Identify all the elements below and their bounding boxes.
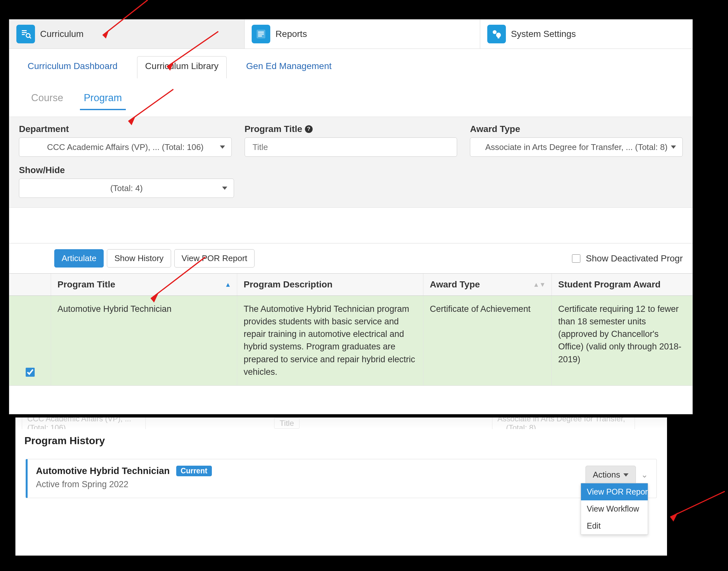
subsub-row: Course Program	[9, 79, 692, 110]
curriculum-icon	[16, 25, 35, 43]
input-program-title[interactable]	[245, 137, 457, 157]
select-award-type-value: Associate in Arts Degree for Transfer, .…	[485, 142, 668, 152]
current-badge: Current	[176, 466, 212, 476]
th-checkbox	[9, 273, 51, 296]
filters-panel: Department CCC Academic Affairs (VP), ..…	[9, 117, 692, 208]
sort-icon: ▲▼	[533, 281, 546, 289]
cell-award-type: Certificate of Achievement	[423, 296, 552, 385]
caret-icon	[623, 473, 628, 477]
th-award-type[interactable]: Award Type ▲▼	[423, 273, 552, 296]
svg-point-6	[493, 30, 496, 34]
faded-filter-strip: CCC Academic Affairs (VP), ... (Total: 1…	[15, 418, 667, 429]
show-deactivated-label: Show Deactivated Progr	[586, 253, 683, 264]
svg-point-0	[26, 34, 30, 37]
reports-icon	[252, 25, 270, 43]
tab-gen-ed-management[interactable]: Gen Ed Management	[238, 56, 339, 78]
settings-icon	[487, 25, 506, 43]
select-award-type[interactable]: Associate in Arts Degree for Transfer, .…	[470, 137, 683, 157]
dropdown-view-workflow[interactable]: View Workflow	[581, 500, 648, 518]
topnav-curriculum[interactable]: Curriculum	[9, 20, 245, 48]
upper-screenshot: Curriculum Reports System Settings Curri…	[9, 19, 693, 414]
label-award-type: Award Type	[470, 123, 683, 135]
program-history-heading: Program History	[15, 429, 667, 449]
caret-icon	[222, 187, 227, 190]
topnav-settings-label: System Settings	[511, 29, 576, 39]
table-toolbar: Articulate Show History View POR Report …	[9, 243, 692, 273]
topnav-curriculum-label: Curriculum	[40, 29, 84, 39]
topnav-system-settings[interactable]: System Settings	[480, 20, 692, 48]
th-program-description[interactable]: Program Description	[237, 273, 423, 296]
view-por-report-button[interactable]: View POR Report	[174, 249, 255, 267]
show-history-button[interactable]: Show History	[107, 249, 171, 267]
label-program-title: Program Title ?	[245, 123, 457, 135]
tab-course[interactable]: Course	[27, 90, 67, 110]
th-spa-text: Student Program Award	[558, 279, 661, 290]
ghost-title: Title	[274, 418, 299, 429]
history-card: Automotive Hybrid Technician Current Act…	[26, 459, 657, 498]
th-student-program-award[interactable]: Student Program Award	[552, 273, 692, 296]
tab-program[interactable]: Program	[80, 90, 126, 110]
cell-student-program-award: Certificate requiring 12 to fewer than 1…	[552, 296, 692, 385]
svg-rect-5	[258, 36, 262, 37]
table-header: Program Title ▲ Program Description Awar…	[9, 273, 692, 296]
topnav-reports-label: Reports	[275, 29, 307, 39]
cell-program-title: Automotive Hybrid Technician	[51, 296, 237, 385]
svg-line-17	[670, 491, 725, 517]
th-program-description-text: Program Description	[244, 279, 332, 290]
tab-curriculum-dashboard[interactable]: Curriculum Dashboard	[20, 56, 126, 78]
subtabs-row: Curriculum Dashboard Curriculum Library …	[9, 49, 692, 79]
th-program-title-text: Program Title	[57, 279, 115, 290]
ghost-award: Associate in Arts Degree for Transfer, .…	[492, 418, 635, 429]
annotation-arrow-view-por-report	[667, 491, 728, 534]
caret-icon	[671, 145, 676, 149]
th-program-title[interactable]: Program Title ▲	[51, 273, 237, 296]
show-deactivated-checkbox[interactable]	[572, 254, 580, 263]
table-row[interactable]: Automotive Hybrid Technician The Automot…	[9, 296, 692, 386]
actions-button[interactable]: Actions	[585, 466, 636, 484]
ghost-department: CCC Academic Affairs (VP), ... (Total: 1…	[22, 418, 146, 429]
select-department-value: CCC Academic Affairs (VP), ... (Total: 1…	[47, 142, 203, 152]
cell-program-description: The Automotive Hybrid Technician program…	[237, 296, 423, 385]
lower-screenshot: CCC Academic Affairs (VP), ... (Total: 1…	[15, 418, 667, 556]
label-department: Department	[19, 123, 232, 135]
topnav-reports[interactable]: Reports	[245, 20, 480, 48]
select-department[interactable]: CCC Academic Affairs (VP), ... (Total: 1…	[19, 137, 232, 157]
help-icon[interactable]: ?	[305, 125, 313, 133]
th-award-type-text: Award Type	[430, 279, 480, 290]
history-card-subtitle: Active from Spring 2022	[36, 479, 212, 489]
row-checkbox[interactable]	[26, 368, 35, 377]
show-deactivated-toggle[interactable]: Show Deactivated Progr	[571, 253, 683, 264]
expand-chevron-icon[interactable]: ⌄	[641, 470, 648, 480]
sort-asc-icon: ▲	[225, 281, 231, 289]
svg-rect-8	[497, 36, 499, 38]
select-show-hide[interactable]: (Total: 4)	[19, 179, 234, 198]
svg-rect-3	[258, 32, 264, 33]
dropdown-view-por-report[interactable]: View POR Report	[581, 483, 648, 500]
history-card-title: Automotive Hybrid Technician	[36, 466, 170, 476]
dropdown-edit[interactable]: Edit	[581, 518, 648, 534]
actions-button-label: Actions	[593, 470, 620, 480]
articulate-button[interactable]: Articulate	[54, 249, 104, 267]
table-wrap: Articulate Show History View POR Report …	[9, 243, 692, 386]
tab-curriculum-library[interactable]: Curriculum Library	[137, 56, 227, 78]
label-program-title-text: Program Title	[245, 124, 302, 134]
caret-icon	[220, 145, 225, 149]
select-show-hide-value: (Total: 4)	[110, 184, 143, 193]
top-nav: Curriculum Reports System Settings	[9, 20, 692, 49]
svg-line-1	[29, 37, 31, 38]
actions-dropdown: View POR Report View Workflow Edit	[581, 483, 648, 535]
svg-rect-4	[258, 34, 264, 35]
canvas: Curriculum Reports System Settings Curri…	[0, 0, 728, 571]
svg-marker-18	[670, 512, 678, 522]
label-show-hide: Show/Hide	[19, 164, 234, 176]
